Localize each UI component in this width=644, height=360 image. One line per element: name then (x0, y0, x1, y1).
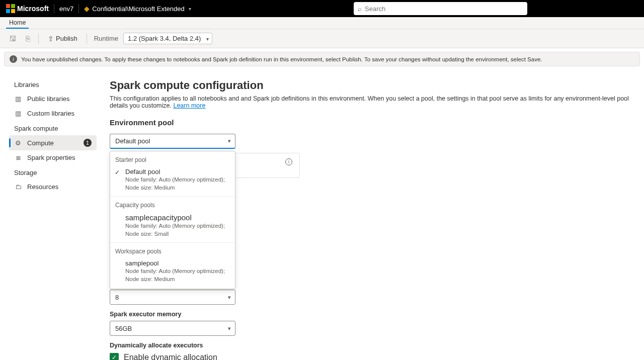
sidebar-item-label: Compute (27, 139, 54, 147)
dropdown-item-default-pool[interactable]: ✓ Default pool Node family: Auto (Memory… (110, 165, 235, 195)
sensitivity-label: Confidential\Microsoft Extended (92, 5, 185, 13)
dropdown-item-name: samplecapacitypool (125, 213, 230, 222)
search-icon: ⌕ (358, 5, 362, 13)
sidebar-item-label: Resources (27, 183, 58, 191)
chevron-down-icon: ▾ (228, 138, 231, 144)
sidebar-group-libraries: Libraries (14, 81, 97, 88)
publish-icon: ⇪ (48, 35, 54, 43)
chevron-down-icon: ▾ (228, 294, 231, 301)
dynamic-alloc-row: Dynamically allocate executors ✓ Enable … (110, 342, 629, 360)
dropdown-item-workspace-pool[interactable]: samplepool Node family: Auto (Memory opt… (110, 257, 235, 287)
tabs-row: Home (0, 17, 644, 29)
sidebar-item-public-libraries[interactable]: ▥ Public libraries (9, 92, 97, 106)
executor-memory-select[interactable]: 56GB ▾ (110, 321, 235, 336)
sidebar-item-label: Public libraries (27, 95, 70, 103)
publish-label: Publish (56, 35, 77, 42)
info-text: You have unpublished changes. To apply t… (21, 56, 542, 62)
runtime-select[interactable]: 1.2 (Spark 3.4, Delta 2.4) ▾ (123, 33, 212, 44)
main: Spark compute configuration This configu… (101, 70, 644, 360)
dropdown-item-capacity-pool[interactable]: samplecapacitypool Node family: Auto (Me… (110, 211, 235, 241)
gear-icon: ⚙ (14, 139, 22, 147)
tab-home[interactable]: Home (6, 17, 29, 29)
chevron-down-icon: ▾ (228, 325, 231, 332)
library-icon: ▥ (14, 95, 22, 103)
chevron-down-icon: ▾ (189, 6, 191, 12)
save-icon[interactable]: 🖫 (6, 32, 20, 45)
page-title: Spark compute configuration (110, 79, 629, 92)
ms-logo-squares (6, 4, 15, 13)
folder-icon: 🗀 (14, 183, 22, 191)
content-wrap: Libraries ▥ Public libraries ▥ Custom li… (0, 70, 644, 360)
dropdown-item-desc: Node family: Auto (Memory optimized); No… (125, 267, 230, 283)
executor-cores-value: 8 (115, 294, 119, 301)
dropdown-header-starter: Starter pool (110, 152, 235, 165)
list-icon: ≣ (14, 154, 22, 161)
info-icon: i (10, 55, 17, 63)
compute-badge: 1 (84, 139, 92, 147)
dropdown-item-name: Default pool (125, 168, 230, 175)
executor-memory-value: 56GB (115, 325, 132, 332)
sidebar-item-resources[interactable]: 🗀 Resources (9, 179, 97, 194)
dynamic-alloc-checkbox-label: Enable dynamic allocation (124, 353, 217, 360)
env-pool-heading: Environment pool (110, 118, 629, 127)
sensitivity-button[interactable]: ◆ Confidential\Microsoft Extended ▾ (84, 5, 191, 13)
sidebar-item-spark-properties[interactable]: ≣ Spark properties (9, 150, 97, 165)
dynamic-alloc-checkbox-row[interactable]: ✓ Enable dynamic allocation (110, 353, 629, 360)
learn-more-link[interactable]: Learn more (173, 102, 205, 109)
search-input[interactable] (365, 5, 523, 13)
runtime-label: Runtime (94, 35, 118, 42)
dropdown-item-desc: Node family: Auto (Memory optimized); No… (125, 176, 230, 192)
shield-icon: ◆ (84, 5, 90, 13)
env-pool-dropdown: Starter pool ✓ Default pool Node family:… (110, 151, 235, 289)
check-icon: ✓ (115, 169, 120, 176)
toolbar: 🖫 ⎘ ⇪ Publish Runtime 1.2 (Spark 3.4, De… (0, 29, 644, 48)
divider (87, 34, 87, 44)
search-wrap: ⌕ (354, 2, 527, 15)
library-icon: ▥ (14, 110, 22, 117)
brand-text: Microsoft (17, 5, 49, 13)
info-banner: i You have unpublished changes. To apply… (4, 52, 640, 66)
sidebar-item-custom-libraries[interactable]: ▥ Custom libraries (9, 106, 97, 121)
sidebar-item-label: Spark properties (27, 154, 75, 161)
sidebar: Libraries ▥ Public libraries ▥ Custom li… (0, 70, 101, 360)
env-pool-value: Default pool (115, 137, 150, 145)
page-desc: This configuration applies to all notebo… (110, 95, 629, 109)
sidebar-group-storage: Storage (14, 169, 97, 176)
search-box[interactable]: ⌕ (354, 2, 527, 15)
dropdown-item-desc: Node family: Auto (Memory optimized); No… (125, 222, 230, 238)
top-bar: Microsoft env7 ◆ Confidential\Microsoft … (0, 0, 644, 17)
publish-button[interactable]: ⇪ Publish (44, 33, 82, 45)
divider (38, 34, 39, 44)
executor-memory-label: Spark executor memory (110, 311, 629, 318)
dropdown-header-workspace: Workspace pools (110, 244, 235, 257)
divider (78, 4, 79, 13)
divider (110, 196, 235, 197)
checkbox-checked-icon[interactable]: ✓ (110, 353, 119, 360)
executor-cores-row: 8 ▾ (110, 290, 629, 305)
executor-cores-select[interactable]: 8 ▾ (110, 290, 235, 305)
env-pool-select[interactable]: Default pool ▾ (110, 134, 235, 149)
runtime-value: 1.2 (Spark 3.4, Delta 2.4) (128, 35, 201, 42)
chevron-down-icon: ▾ (206, 36, 209, 41)
divider (54, 4, 54, 13)
executor-memory-row: Spark executor memory 56GB ▾ (110, 311, 629, 336)
copy-icon[interactable]: ⎘ (23, 32, 33, 45)
env-pool-select-wrap: Default pool ▾ Number of nodes - 3 i Sta… (110, 134, 235, 149)
info-icon[interactable]: i (285, 158, 292, 165)
dropdown-header-capacity: Capacity pools (110, 198, 235, 211)
sidebar-item-label: Custom libraries (27, 110, 74, 117)
env-name[interactable]: env7 (59, 5, 73, 13)
dropdown-item-name: samplepool (125, 259, 230, 267)
divider (110, 242, 235, 243)
microsoft-logo: Microsoft (6, 4, 49, 13)
sidebar-group-spark-compute: Spark compute (14, 125, 97, 132)
sidebar-item-compute[interactable]: ⚙ Compute 1 (9, 135, 97, 150)
dynamic-alloc-label: Dynamically allocate executors (110, 342, 629, 349)
